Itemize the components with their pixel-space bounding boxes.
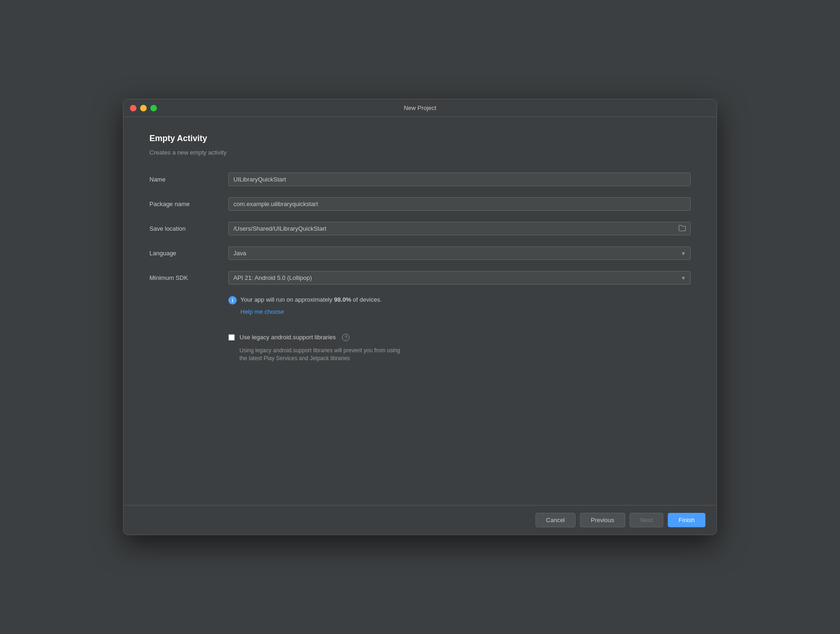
legacy-checkbox-row: Use legacy android.support libraries ? xyxy=(228,334,691,341)
name-input[interactable] xyxy=(228,173,691,186)
minimum-sdk-row: Minimum SDK API 21: Android 5.0 (Lollipo… xyxy=(149,271,691,285)
legacy-checkbox[interactable] xyxy=(228,334,235,341)
legacy-tooltip-icon[interactable]: ? xyxy=(342,334,349,341)
package-name-row: Package name xyxy=(149,197,691,211)
next-button[interactable]: Next xyxy=(630,513,664,527)
package-name-label: Package name xyxy=(149,201,228,207)
title-bar: New Project xyxy=(123,99,717,117)
info-row: i Your app will run on approximately 98.… xyxy=(228,296,691,304)
language-label: Language xyxy=(149,250,228,257)
info-text: Your app will run on approximately 98.0%… xyxy=(240,296,382,304)
name-input-wrapper xyxy=(228,173,691,186)
cancel-button[interactable]: Cancel xyxy=(536,513,575,527)
maximize-button[interactable] xyxy=(150,105,157,111)
minimum-sdk-select-wrapper: API 21: Android 5.0 (Lollipop) API 22: A… xyxy=(228,271,691,285)
legacy-checkbox-label: Use legacy android.support libraries xyxy=(239,334,336,341)
window-title: New Project xyxy=(404,104,436,111)
language-select-wrapper: Java Kotlin ▼ xyxy=(228,246,691,260)
name-row: Name xyxy=(149,173,691,186)
info-icon: i xyxy=(228,296,237,304)
minimize-button[interactable] xyxy=(140,105,147,111)
info-section: i Your app will run on approximately 98.… xyxy=(228,296,691,324)
main-window: New Project Empty Activity Creates a new… xyxy=(123,99,717,535)
package-name-input-wrapper xyxy=(228,197,691,211)
traffic-lights xyxy=(130,105,157,111)
language-row: Language Java Kotlin ▼ xyxy=(149,246,691,260)
minimum-sdk-select[interactable]: API 21: Android 5.0 (Lollipop) API 22: A… xyxy=(228,271,691,285)
name-label: Name xyxy=(149,176,228,183)
minimum-sdk-label: Minimum SDK xyxy=(149,274,228,281)
finish-button[interactable]: Finish xyxy=(668,513,705,527)
page-subtitle: Creates a new empty activity xyxy=(149,149,691,156)
percentage-text: 98.0% xyxy=(334,296,351,303)
save-location-label: Save location xyxy=(149,225,228,232)
browse-folder-button[interactable] xyxy=(677,224,688,233)
legacy-description: Using legacy android.support libraries w… xyxy=(239,347,691,362)
content-area: Empty Activity Creates a new empty activ… xyxy=(123,117,717,505)
close-button[interactable] xyxy=(130,105,136,111)
previous-button[interactable]: Previous xyxy=(580,513,625,527)
save-location-input[interactable] xyxy=(228,222,691,235)
save-location-input-wrapper xyxy=(228,222,691,235)
language-select[interactable]: Java Kotlin xyxy=(228,246,691,260)
page-title: Empty Activity xyxy=(149,134,691,143)
save-location-row: Save location xyxy=(149,222,691,235)
help-link[interactable]: Help me choose xyxy=(240,308,691,315)
package-name-input[interactable] xyxy=(228,197,691,211)
footer: Cancel Previous Next Finish xyxy=(123,505,717,535)
